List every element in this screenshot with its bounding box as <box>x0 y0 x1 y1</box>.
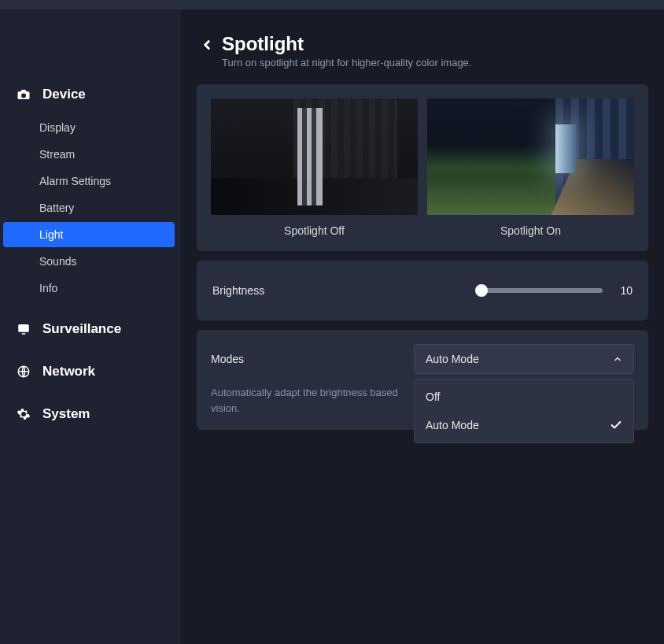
sidebar-header-network[interactable]: Network <box>0 357 181 386</box>
sidebar-item-light[interactable]: Light <box>3 222 175 247</box>
sidebar-item-battery[interactable]: Battery <box>3 195 175 220</box>
sidebar-section-label: Surveillance <box>42 321 121 337</box>
sidebar-section-network: Network <box>0 357 181 386</box>
brightness-slider-thumb[interactable] <box>475 284 488 297</box>
sidebar-header-device[interactable]: Device <box>0 80 181 109</box>
sidebar-item-display[interactable]: Display <box>3 115 175 140</box>
monitor-icon <box>16 321 31 337</box>
brightness-slider[interactable] <box>477 288 603 293</box>
top-bar <box>0 0 664 9</box>
preview-image-on <box>427 98 634 215</box>
sidebar-item-stream[interactable]: Stream <box>3 142 175 167</box>
modes-label: Modes <box>211 353 244 365</box>
sidebar-section-label: Device <box>42 87 86 102</box>
sidebar-section-label: System <box>42 406 90 422</box>
sidebar-item-alarm-settings[interactable]: Alarm Settings <box>3 168 175 194</box>
sidebar-section-device: Device Display Stream Alarm Settings Bat… <box>0 80 181 301</box>
sidebar-item-sounds[interactable]: Sounds <box>3 249 175 274</box>
modes-option-auto[interactable]: Auto Mode <box>415 411 633 439</box>
svg-rect-1 <box>22 333 26 335</box>
modes-option-off[interactable]: Off <box>415 383 633 411</box>
preview-label-off: Spotlight Off <box>284 224 345 237</box>
modes-dropdown-trigger[interactable]: Auto Mode <box>414 344 634 374</box>
sidebar-header-surveillance[interactable]: Surveillance <box>0 315 181 343</box>
modes-panel: Modes Auto Mode Off Auto Mode <box>197 330 648 430</box>
globe-icon <box>16 364 31 379</box>
brightness-value: 10 <box>617 284 633 297</box>
sidebar-section-system: System <box>0 400 181 428</box>
main-content: Spotlight Turn on spotlight at night for… <box>181 9 664 644</box>
sidebar-header-system[interactable]: System <box>0 400 181 428</box>
sidebar-item-info[interactable]: Info <box>3 276 175 301</box>
modes-dropdown: Auto Mode Off Auto Mode <box>414 344 634 374</box>
modes-option-label: Off <box>426 390 440 403</box>
sidebar-section-label: Network <box>42 364 95 379</box>
preview-image-off <box>211 98 418 215</box>
modes-description: Automatically adapt the brightness based… <box>211 385 400 416</box>
svg-rect-0 <box>18 324 29 332</box>
previews-panel: Spotlight Off Spotlight On <box>197 84 648 251</box>
page-title: Spotlight <box>222 33 471 55</box>
check-icon <box>610 419 622 431</box>
brightness-label: Brightness <box>212 284 264 297</box>
back-button[interactable] <box>200 36 214 54</box>
sidebar-items-device: Display Stream Alarm Settings Battery Li… <box>0 109 181 301</box>
modes-dropdown-menu: Off Auto Mode <box>414 379 634 443</box>
modes-selected-value: Auto Mode <box>426 353 479 365</box>
preview-spotlight-off: Spotlight Off <box>211 98 418 237</box>
preview-spotlight-on: Spotlight On <box>427 98 634 237</box>
page-header: Spotlight Turn on spotlight at night for… <box>197 33 648 68</box>
modes-option-label: Auto Mode <box>426 419 479 431</box>
chevron-up-icon <box>613 354 622 364</box>
brightness-panel: Brightness 10 <box>197 261 648 320</box>
page-subtitle: Turn on spotlight at night for higher-qu… <box>222 57 471 68</box>
sidebar: Device Display Stream Alarm Settings Bat… <box>0 9 181 644</box>
camera-icon <box>16 87 31 102</box>
gear-icon <box>16 406 31 422</box>
preview-label-on: Spotlight On <box>500 224 561 237</box>
sidebar-section-surveillance: Surveillance <box>0 315 181 343</box>
